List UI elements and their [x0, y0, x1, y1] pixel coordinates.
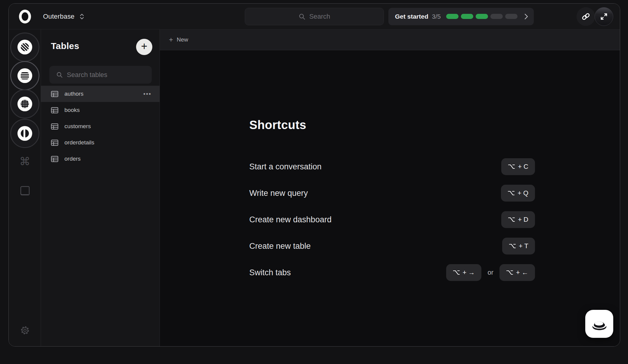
tables-sidebar: Tables + Search tables authors ••• — [41, 29, 160, 346]
share-link-button[interactable] — [577, 7, 595, 26]
table-row-menu-button[interactable]: ••• — [143, 91, 151, 97]
get-started-progress[interactable]: Get started 3/5 — [388, 8, 534, 25]
add-table-button[interactable]: + — [136, 39, 152, 55]
table-name: orders — [64, 156, 81, 162]
shortcuts-title: Shortcuts — [249, 118, 535, 132]
option-key-icon — [508, 190, 515, 196]
settings-gear-icon[interactable] — [9, 325, 41, 336]
main-area: + New Shortcuts Start a conversation + C… — [160, 29, 620, 346]
table-row-customers[interactable]: customers ••• — [41, 118, 160, 134]
option-key-icon — [506, 270, 513, 275]
kbd-option-t: + T — [502, 238, 535, 254]
shortcut-row-switch-tabs: Switch tabs + → or + ← — [249, 263, 535, 282]
chevron-right-icon[interactable] — [524, 13, 528, 20]
base-stripes-icon — [21, 43, 29, 51]
sidebar-base-stripes[interactable] — [10, 32, 39, 62]
assistant-fab-button[interactable] — [585, 310, 613, 338]
option-key-icon — [509, 243, 516, 249]
shortcut-row-start-conversation: Start a conversation + C — [249, 157, 535, 177]
table-name: customers — [64, 123, 91, 130]
table-icon — [51, 107, 58, 113]
table-row-books[interactable]: books ••• — [41, 102, 160, 118]
workspace-rail: ⌘ — [9, 29, 41, 346]
tab-strip: + New — [160, 29, 620, 50]
table-name: orderdetails — [64, 139, 94, 146]
sidebar-base-bar[interactable] — [10, 119, 39, 148]
outerbase-button-icon — [589, 315, 609, 333]
shortcuts-panel: Shortcuts Start a conversation + C Write… — [249, 118, 535, 132]
workspace-name[interactable]: Outerbase — [43, 13, 75, 20]
expand-window-button[interactable] — [595, 7, 613, 26]
base-dots-icon — [21, 100, 29, 108]
kbd-option-d: + D — [501, 211, 535, 228]
or-separator: or — [487, 269, 493, 276]
command-menu-icon[interactable]: ⌘ — [9, 155, 41, 168]
option-key-icon — [508, 164, 515, 169]
table-icon — [51, 140, 58, 146]
table-icon — [51, 91, 58, 97]
kbd-option-c: + C — [501, 158, 535, 175]
search-tables-input[interactable]: Search tables — [49, 66, 152, 84]
plus-icon: + — [169, 35, 173, 44]
get-started-count: 3/5 — [432, 13, 441, 20]
table-row-orders[interactable]: orders ••• — [41, 151, 160, 167]
kbd-option-left: + ← — [499, 264, 535, 281]
table-name: authors — [64, 91, 83, 97]
new-tab-label: New — [177, 36, 188, 43]
top-bar: Outerbase Search Get started 3/5 — [9, 4, 620, 29]
global-search-input[interactable]: Search — [245, 8, 384, 25]
expand-arrows-icon — [599, 12, 608, 21]
search-icon — [298, 13, 306, 20]
table-icon — [51, 123, 58, 130]
shortcut-row-create-table: Create new table + T — [249, 236, 535, 256]
option-key-icon — [508, 217, 515, 222]
option-key-icon — [453, 270, 460, 275]
get-started-label: Get started — [395, 13, 428, 20]
search-tables-placeholder: Search tables — [67, 71, 107, 79]
outerbase-logo-icon — [19, 10, 31, 23]
sidebar-base-dots[interactable] — [10, 89, 39, 119]
global-search-placeholder: Search — [309, 13, 330, 20]
workspace-switcher-chevrons-icon[interactable] — [79, 13, 84, 20]
table-row-orderdetails[interactable]: orderdetails ••• — [41, 134, 160, 151]
progress-segments — [446, 14, 518, 19]
book-icon[interactable] — [9, 185, 41, 197]
app-window: Outerbase Search Get started 3/5 — [8, 3, 620, 347]
base-bar-icon — [21, 129, 29, 137]
link-icon — [581, 12, 590, 21]
kbd-option-q: + Q — [501, 185, 535, 202]
sidebar-base-tables[interactable] — [10, 61, 39, 90]
search-icon — [56, 71, 63, 78]
shortcut-row-write-query: Write new query + Q — [249, 183, 535, 203]
tables-list: authors ••• books ••• customers ••• — [41, 86, 160, 167]
sidebar-title: Tables — [51, 41, 79, 51]
shortcut-row-create-dashboard: Create new dashboard + D — [249, 210, 535, 230]
base-tables-icon — [21, 72, 29, 79]
new-tab-button[interactable]: + New — [169, 35, 188, 44]
table-icon — [51, 156, 58, 162]
kbd-option-right: + → — [446, 264, 482, 281]
table-row-authors[interactable]: authors ••• — [41, 86, 160, 102]
table-name: books — [64, 107, 80, 113]
